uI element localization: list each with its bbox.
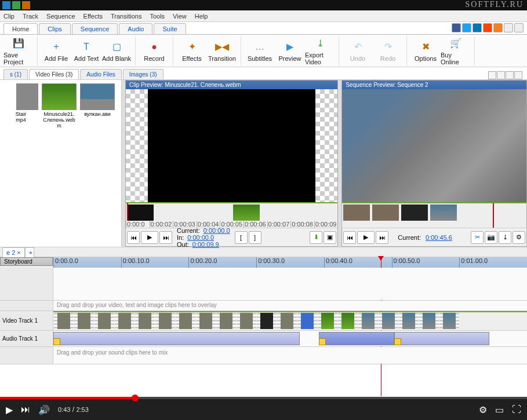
view-detail-icon[interactable] <box>506 71 514 79</box>
ribbon-save-project-button[interactable]: 💾Save Project <box>3 36 34 65</box>
reddit-icon[interactable] <box>483 23 492 32</box>
menu-help[interactable]: Help <box>195 13 208 20</box>
view-more-icon[interactable] <box>514 71 522 79</box>
tab-sequence[interactable]: Sequence <box>72 23 118 34</box>
clip-filmstrip[interactable]: 0:00:00:00:020:00:030:00:040:00:050:00:0… <box>126 202 337 228</box>
tab-audio[interactable]: Audio <box>119 23 152 34</box>
timeline-clip[interactable] <box>237 313 256 329</box>
timeline-ruler[interactable]: 0:00.0.00:00.10.00:00.20.00:00.30.00:00.… <box>53 257 527 268</box>
seq-next-button[interactable]: ⏭ <box>376 231 388 244</box>
tab-suite[interactable]: Suite <box>154 23 186 34</box>
export-button[interactable]: ⤓ <box>499 231 511 244</box>
settings-icon[interactable]: ⚙ <box>479 404 487 415</box>
fullscreen-icon[interactable]: ⛶ <box>512 404 521 415</box>
timeline-clip[interactable] <box>399 313 419 329</box>
timeline-clip[interactable] <box>439 313 459 329</box>
snapshot-button[interactable]: 📷 <box>485 231 497 244</box>
ribbon-transition-button[interactable]: ▶◀Transition <box>207 36 237 65</box>
ribbon-redo-button[interactable]: ↷Redo <box>373 36 403 65</box>
rss-icon[interactable] <box>493 23 503 32</box>
ribbon-add-file-button[interactable]: ＋Add File <box>41 36 71 65</box>
timeline-clip[interactable] <box>74 313 94 329</box>
play-button[interactable]: ▶ <box>141 231 158 244</box>
timeline-clip[interactable] <box>216 313 236 329</box>
view-large-icon[interactable] <box>488 71 496 79</box>
media-tab-video[interactable]: Video Files (3) <box>29 69 79 79</box>
media-tab-audio[interactable]: Audio Files <box>80 69 121 79</box>
timeline-clip[interactable] <box>155 313 175 329</box>
timeline-clip[interactable] <box>297 313 317 329</box>
mark-out-button[interactable]: ] <box>249 231 261 244</box>
prev-frame-button[interactable]: ⏮ <box>127 231 140 244</box>
timeline-clip[interactable] <box>196 313 216 329</box>
media-item[interactable]: Minuscule21.Слепень.webm <box>42 83 77 129</box>
sequence-tab[interactable]: e 2 × <box>2 247 25 257</box>
timeline-clip[interactable] <box>135 313 155 329</box>
splitter-mid[interactable] <box>338 80 341 247</box>
seq-prev-button[interactable]: ⏮ <box>343 231 356 244</box>
mix-track-hint[interactable]: Drag and drop your sound clips here to m… <box>53 347 527 364</box>
insert-button[interactable]: ⬇ <box>310 231 322 244</box>
timeline-clip[interactable] <box>277 313 297 329</box>
menu-tools[interactable]: Tools <box>150 13 165 20</box>
theater-icon[interactable]: ▭ <box>495 404 504 415</box>
ribbon-subtitles-button[interactable]: …Subtitles <box>245 36 275 65</box>
facebook-icon[interactable] <box>452 23 461 32</box>
menu-transitions[interactable]: Transitions <box>111 13 141 20</box>
menu-effects[interactable]: Effects <box>83 13 103 20</box>
next-icon[interactable]: ⏭ <box>21 404 30 415</box>
ribbon-effects-button[interactable]: ✦Effects <box>177 36 207 65</box>
ribbon-undo-button[interactable]: ↶Undo <box>343 36 373 65</box>
help-icon[interactable] <box>514 23 524 32</box>
menu-track[interactable]: Track <box>23 13 38 20</box>
audio-track[interactable] <box>53 331 527 346</box>
sequence-preview-video[interactable] <box>342 89 526 202</box>
ribbon-export-video-button[interactable]: ⤓Export Video <box>305 36 335 65</box>
timeline-clip[interactable] <box>257 313 277 329</box>
media-tab-1[interactable]: s (1) <box>3 69 28 79</box>
ribbon-add-text-button[interactable]: TAdd Text <box>71 36 101 65</box>
media-item[interactable]: вулкан.ави <box>80 83 115 117</box>
ribbon-record-button[interactable]: ●Record <box>139 36 169 65</box>
audio-marker-icon[interactable] <box>53 338 60 345</box>
audio-marker-icon[interactable] <box>319 338 326 345</box>
overwrite-button[interactable]: ▣ <box>324 231 336 244</box>
video-track[interactable] <box>53 311 527 330</box>
sequence-filmstrip[interactable] <box>342 202 526 228</box>
clip-preview-video[interactable] <box>148 89 315 202</box>
splitter-left[interactable] <box>122 80 125 247</box>
view-list-icon[interactable] <box>497 71 505 79</box>
tab-home[interactable]: Home <box>3 23 38 34</box>
timeline-clip[interactable] <box>115 313 135 329</box>
tab-clips[interactable]: Clips <box>39 23 70 34</box>
timeline-clip[interactable] <box>419 313 439 329</box>
ribbon-add-blank-button[interactable]: ▢Add Blank <box>101 36 132 65</box>
scissors-button[interactable]: ✂ <box>471 231 484 244</box>
ribbon-options-button[interactable]: ✖Options <box>410 36 441 65</box>
timeline-clip[interactable] <box>318 313 337 329</box>
overlay-track-hint[interactable]: Drag and drop your video, text and image… <box>53 301 527 311</box>
menu-sequence[interactable]: Sequence <box>46 13 75 20</box>
out-value[interactable]: 0:00:09.9 <box>192 241 219 248</box>
sequence-playhead[interactable] <box>493 203 494 228</box>
media-item[interactable]: Stairmp4 <box>3 83 38 123</box>
media-tab-images[interactable]: Images (3) <box>123 69 163 79</box>
timeline-clip[interactable] <box>379 313 398 329</box>
mark-in-button[interactable]: [ <box>235 231 248 244</box>
dropdown-icon[interactable] <box>504 23 513 32</box>
play-icon[interactable]: ▶ <box>6 404 13 415</box>
storyboard-button[interactable]: Storyboard <box>0 257 53 266</box>
volume-icon[interactable]: 🔊 <box>38 404 50 415</box>
seq-play-button[interactable]: ▶ <box>357 231 375 244</box>
timeline-clip[interactable] <box>54 313 74 329</box>
settings-button[interactable]: ⚙ <box>513 231 525 244</box>
audio-marker-icon[interactable] <box>394 338 401 345</box>
video-track-label[interactable]: Video Track 1 <box>0 311 53 330</box>
menu-clip[interactable]: Clip <box>3 13 14 20</box>
in-value[interactable]: 0:00:00.0 <box>187 234 214 241</box>
next-frame-button[interactable]: ⏭ <box>159 231 172 244</box>
ribbon-buy-online-button[interactable]: 🛒Buy Online <box>441 36 471 65</box>
seq-current-value[interactable]: 0:00:45.6 <box>426 234 452 241</box>
audio-track-label[interactable]: Audio Track 1 <box>0 331 53 346</box>
menu-view[interactable]: View <box>173 13 187 20</box>
